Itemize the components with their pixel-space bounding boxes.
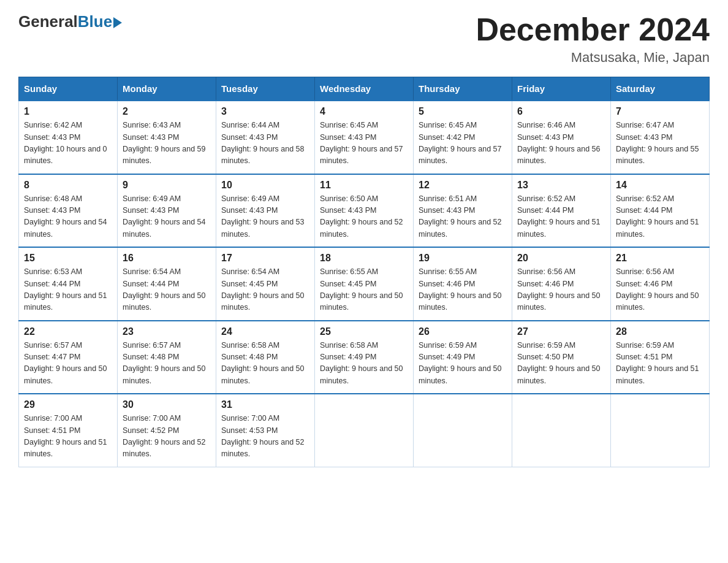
header-cell-thursday: Thursday [414,77,512,101]
day-info: Sunrise: 6:49 AMSunset: 4:43 PMDaylight:… [221,194,305,239]
day-number: 2 [123,106,211,117]
day-number: 23 [123,326,211,337]
day-number: 17 [221,253,309,264]
day-info: Sunrise: 6:42 AMSunset: 4:43 PMDaylight:… [24,121,107,165]
logo-general-text: General [18,12,78,31]
calendar-cell: 26 Sunrise: 6:59 AMSunset: 4:49 PMDaylig… [414,321,512,394]
day-number: 4 [320,106,408,117]
calendar-cell [611,394,710,467]
day-number: 31 [221,399,309,410]
day-info: Sunrise: 7:00 AMSunset: 4:52 PMDaylight:… [123,414,206,458]
page-header: General Blue December 2024 Matsusaka, Mi… [18,12,710,66]
day-info: Sunrise: 6:47 AMSunset: 4:43 PMDaylight:… [616,121,699,165]
day-number: 28 [616,326,704,337]
day-number: 3 [221,106,309,117]
location-text: Matsusaka, Mie, Japan [476,50,710,66]
day-info: Sunrise: 7:00 AMSunset: 4:53 PMDaylight:… [221,414,305,458]
day-number: 25 [320,326,408,337]
day-info: Sunrise: 6:48 AMSunset: 4:43 PMDaylight:… [24,194,107,239]
calendar-cell: 23 Sunrise: 6:57 AMSunset: 4:48 PMDaylig… [118,321,216,394]
calendar-cell [315,394,414,467]
calendar-cell: 14 Sunrise: 6:52 AMSunset: 4:44 PMDaylig… [611,174,710,248]
day-number: 12 [419,180,507,191]
calendar-cell: 27 Sunrise: 6:59 AMSunset: 4:50 PMDaylig… [512,321,611,394]
calendar-cell: 3 Sunrise: 6:44 AMSunset: 4:43 PMDayligh… [216,101,315,174]
day-info: Sunrise: 7:00 AMSunset: 4:51 PMDaylight:… [24,414,107,458]
calendar-cell: 20 Sunrise: 6:56 AMSunset: 4:46 PMDaylig… [512,247,611,321]
day-number: 16 [123,253,211,264]
calendar-cell: 6 Sunrise: 6:46 AMSunset: 4:43 PMDayligh… [512,101,611,174]
calendar-cell: 28 Sunrise: 6:59 AMSunset: 4:51 PMDaylig… [611,321,710,394]
logo-blue-text: Blue [78,12,112,31]
calendar-cell: 11 Sunrise: 6:50 AMSunset: 4:43 PMDaylig… [315,174,414,248]
day-number: 29 [24,399,112,410]
month-title: December 2024 [476,12,710,47]
calendar-cell: 18 Sunrise: 6:55 AMSunset: 4:45 PMDaylig… [315,247,414,321]
calendar-cell: 4 Sunrise: 6:45 AMSunset: 4:43 PMDayligh… [315,101,414,174]
day-number: 11 [320,180,408,191]
week-row-4: 22 Sunrise: 6:57 AMSunset: 4:47 PMDaylig… [19,321,710,394]
day-number: 15 [24,253,112,264]
day-info: Sunrise: 6:52 AMSunset: 4:44 PMDaylight:… [517,194,601,239]
day-info: Sunrise: 6:57 AMSunset: 4:47 PMDaylight:… [24,341,107,385]
header-row: SundayMondayTuesdayWednesdayThursdayFrid… [19,77,710,101]
day-number: 5 [419,106,507,117]
calendar-cell [512,394,611,467]
header-cell-saturday: Saturday [611,77,710,101]
day-number: 13 [517,180,605,191]
day-number: 6 [517,106,605,117]
day-info: Sunrise: 6:58 AMSunset: 4:49 PMDaylight:… [320,341,403,385]
day-info: Sunrise: 6:56 AMSunset: 4:46 PMDaylight:… [616,267,699,312]
day-number: 30 [123,399,211,410]
calendar-cell: 2 Sunrise: 6:43 AMSunset: 4:43 PMDayligh… [118,101,216,174]
calendar-table: SundayMondayTuesdayWednesdayThursdayFrid… [18,77,710,467]
title-section: December 2024 Matsusaka, Mie, Japan [476,12,710,66]
calendar-cell: 1 Sunrise: 6:42 AMSunset: 4:43 PMDayligh… [19,101,118,174]
day-number: 20 [517,253,605,264]
header-cell-tuesday: Tuesday [216,77,315,101]
week-row-5: 29 Sunrise: 7:00 AMSunset: 4:51 PMDaylig… [19,394,710,467]
calendar-cell: 16 Sunrise: 6:54 AMSunset: 4:44 PMDaylig… [118,247,216,321]
calendar-cell: 22 Sunrise: 6:57 AMSunset: 4:47 PMDaylig… [19,321,118,394]
day-info: Sunrise: 6:58 AMSunset: 4:48 PMDaylight:… [221,341,305,385]
day-number: 18 [320,253,408,264]
day-info: Sunrise: 6:45 AMSunset: 4:43 PMDaylight:… [320,121,403,165]
header-cell-sunday: Sunday [19,77,118,101]
day-number: 22 [24,326,112,337]
day-info: Sunrise: 6:49 AMSunset: 4:43 PMDaylight:… [123,194,206,239]
day-info: Sunrise: 6:53 AMSunset: 4:44 PMDaylight:… [24,267,107,312]
day-number: 26 [419,326,507,337]
day-info: Sunrise: 6:54 AMSunset: 4:44 PMDaylight:… [123,267,206,312]
calendar-cell [414,394,512,467]
calendar-cell: 21 Sunrise: 6:56 AMSunset: 4:46 PMDaylig… [611,247,710,321]
day-info: Sunrise: 6:55 AMSunset: 4:46 PMDaylight:… [419,267,502,312]
calendar-cell: 24 Sunrise: 6:58 AMSunset: 4:48 PMDaylig… [216,321,315,394]
calendar-cell: 17 Sunrise: 6:54 AMSunset: 4:45 PMDaylig… [216,247,315,321]
day-number: 19 [419,253,507,264]
calendar-cell: 13 Sunrise: 6:52 AMSunset: 4:44 PMDaylig… [512,174,611,248]
week-row-1: 1 Sunrise: 6:42 AMSunset: 4:43 PMDayligh… [19,101,710,174]
day-info: Sunrise: 6:59 AMSunset: 4:51 PMDaylight:… [616,341,699,385]
calendar-cell: 25 Sunrise: 6:58 AMSunset: 4:49 PMDaylig… [315,321,414,394]
day-number: 21 [616,253,704,264]
day-number: 14 [616,180,704,191]
calendar-cell: 10 Sunrise: 6:49 AMSunset: 4:43 PMDaylig… [216,174,315,248]
calendar-cell: 7 Sunrise: 6:47 AMSunset: 4:43 PMDayligh… [611,101,710,174]
day-info: Sunrise: 6:44 AMSunset: 4:43 PMDaylight:… [221,121,305,165]
logo-arrow-icon [113,17,122,28]
day-info: Sunrise: 6:43 AMSunset: 4:43 PMDaylight:… [123,121,206,165]
calendar-cell: 19 Sunrise: 6:55 AMSunset: 4:46 PMDaylig… [414,247,512,321]
day-info: Sunrise: 6:59 AMSunset: 4:50 PMDaylight:… [517,341,601,385]
calendar-cell: 12 Sunrise: 6:51 AMSunset: 4:43 PMDaylig… [414,174,512,248]
calendar-cell: 15 Sunrise: 6:53 AMSunset: 4:44 PMDaylig… [19,247,118,321]
week-row-2: 8 Sunrise: 6:48 AMSunset: 4:43 PMDayligh… [19,174,710,248]
day-info: Sunrise: 6:57 AMSunset: 4:48 PMDaylight:… [123,341,206,385]
day-number: 7 [616,106,704,117]
calendar-cell: 30 Sunrise: 7:00 AMSunset: 4:52 PMDaylig… [118,394,216,467]
day-number: 27 [517,326,605,337]
calendar-cell: 9 Sunrise: 6:49 AMSunset: 4:43 PMDayligh… [118,174,216,248]
logo: General Blue [18,12,122,31]
calendar-cell: 29 Sunrise: 7:00 AMSunset: 4:51 PMDaylig… [19,394,118,467]
day-info: Sunrise: 6:52 AMSunset: 4:44 PMDaylight:… [616,194,699,239]
header-cell-monday: Monday [118,77,216,101]
